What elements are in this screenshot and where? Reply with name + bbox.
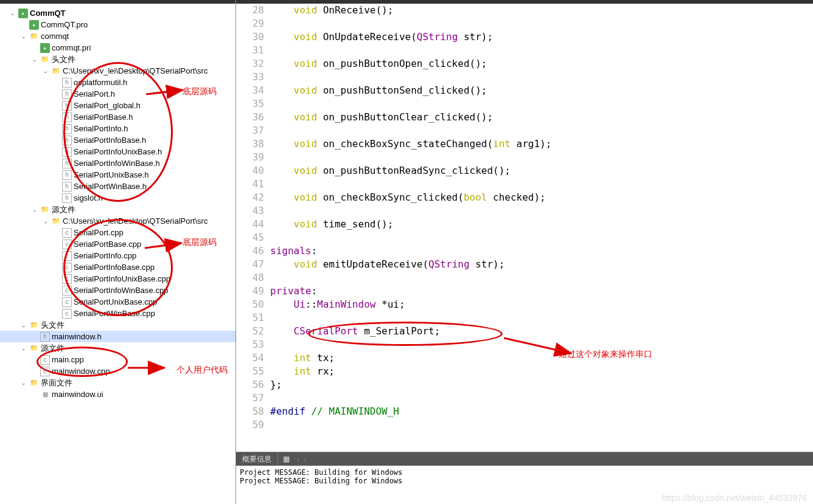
tree-item[interactable]: hSerialPortUnixBase.h [0,169,236,181]
tree-item[interactable]: hsigslot.h [0,192,236,204]
tree-item[interactable]: hSerialPortWinBase.h [0,181,236,192]
tree-item[interactable]: hSerialPort_global.h [0,100,236,111]
tree-item[interactable]: hSerialPortInfoBase.h [0,134,236,146]
tree-item[interactable]: cmainwindow.cpp [0,365,236,377]
output-icon[interactable]: ▦ [278,455,295,463]
tree-item[interactable]: ⌄📁界面文件 [0,377,236,388]
tree-item[interactable]: ⌄📁C:\Users\xv_lei\Desktop\QTSerialPort\s… [0,215,236,227]
tree-item[interactable]: cSerialPortInfoUnixBase.cpp [0,273,236,285]
tree-item[interactable]: cSerialPortInfoBase.cpp [0,261,236,273]
project-sidebar: ⌄▪CommQT▪CommQT.pro⌄📁commqt▪commqt.pri⌄📁… [0,0,236,504]
output-tabs[interactable]: 概要信息 ▦ ‹ › [236,452,813,466]
tree-item[interactable]: cSerialPortUnixBase.cpp [0,296,236,308]
tree-item[interactable]: cSerialPort.cpp [0,227,236,238]
tree-item[interactable]: ⌄📁C:\Users\xv_lei\Desktop\QTSerialPort\s… [0,65,236,77]
output-next-icon[interactable]: › [302,455,309,463]
main-area: 2829303132333435363738394041424344454647… [236,0,813,504]
tree-item[interactable]: hosplatformutil.h [0,77,236,88]
line-gutter: 2829303132333435363738394041424344454647… [236,4,270,452]
tree-item[interactable]: hSerialPortInfoWinBase.h [0,157,236,169]
tree-item[interactable]: ⌄📁头文件 [0,54,236,65]
tree-item[interactable]: cmain.cpp [0,354,236,365]
tree-item[interactable]: ⌄📁commqt [0,30,236,42]
tree-item[interactable]: hSerialPortInfo.h [0,123,236,134]
tree-item[interactable]: ▪commqt.pri [0,42,236,54]
tree-item[interactable]: cSerialPortInfo.cpp [0,250,236,261]
code-editor[interactable]: 2829303132333435363738394041424344454647… [236,4,813,452]
watermark: https://blog.csdn.net/weixin_44533976 [662,493,807,503]
tree-item[interactable]: ⌄📁源文件 [0,204,236,215]
output-prev-icon[interactable]: ‹ [295,455,302,463]
project-tree[interactable]: ⌄▪CommQT▪CommQT.pro⌄📁commqt▪commqt.pri⌄📁… [0,4,236,400]
tree-item[interactable]: ⌄▪CommQT [0,7,236,19]
tree-item[interactable]: hSerialPortBase.h [0,111,236,123]
tree-item[interactable]: ▦mainwindow.ui [0,388,236,400]
tree-item[interactable]: cSerialPortInfoWinBase.cpp [0,285,236,296]
tree-item[interactable]: hmainwindow.h [0,331,236,342]
tree-item[interactable]: cSerialPortWinBase.cpp [0,308,236,319]
tree-item[interactable]: ⌄📁头文件 [0,319,236,331]
code-content[interactable]: void OnReceive(); void OnUpdateReceive(Q… [270,4,813,452]
output-tab-summary[interactable]: 概要信息 [236,454,277,464]
tree-item[interactable]: ▪CommQT.pro [0,19,236,30]
tree-item[interactable]: cSerialPortBase.cpp [0,238,236,250]
tree-item[interactable]: hSerialPort.h [0,88,236,100]
tree-item[interactable]: hSerialPortInfoUnixBase.h [0,146,236,157]
tree-item[interactable]: ⌄📁源文件 [0,342,236,354]
